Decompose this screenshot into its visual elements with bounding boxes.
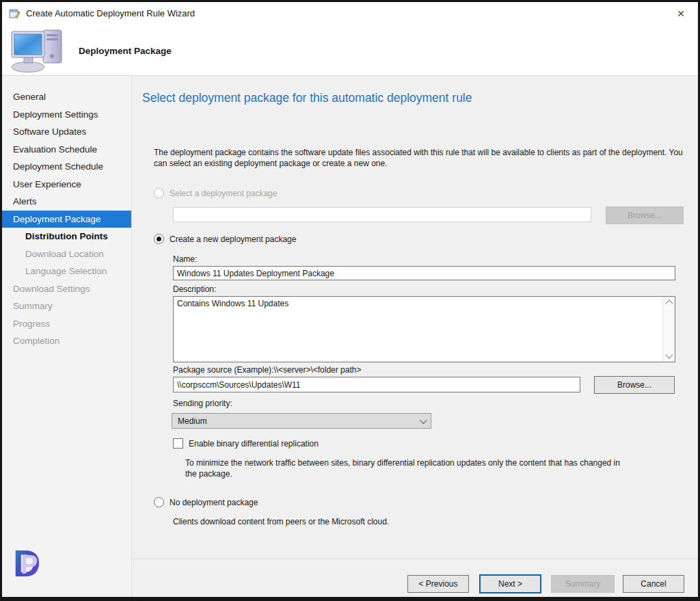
bdr-checkbox[interactable]	[173, 438, 183, 449]
select-existing-row: Select a deployment package	[154, 188, 277, 198]
sidebar-item-deployment-settings: Deployment Settings	[2, 106, 131, 124]
sidebar-item-distribution-points: Distribution Points	[2, 228, 131, 245]
create-new-row[interactable]: Create a new deployment package	[154, 234, 296, 244]
sidebar-item-completion: Completion	[2, 332, 131, 350]
sidebar-item-download-location: Download Location	[2, 245, 131, 263]
create-new-label: Create a new deployment package	[170, 235, 296, 244]
intro-text: The deployment package contains the soft…	[154, 147, 690, 169]
wizard-body: General Deployment Settings Software Upd…	[2, 76, 698, 597]
sidebar-item-general: General	[2, 88, 131, 106]
sidebar-item-alerts: Alerts	[2, 193, 131, 211]
sending-priority-value: Medium	[178, 416, 207, 426]
no-package-row[interactable]: No deployment package	[154, 497, 258, 507]
select-existing-label: Select a deployment package	[170, 189, 277, 198]
source-browse-button[interactable]: Browse...	[594, 376, 675, 394]
existing-browse-button: Browse...	[606, 206, 684, 224]
existing-package-input	[173, 207, 591, 222]
computer-workstation-icon	[8, 26, 70, 77]
sidebar-item-software-updates: Software Updates	[2, 123, 131, 141]
sidebar-item-deployment-package: Deployment Package	[2, 211, 131, 228]
wizard-header: Deployment Package	[2, 25, 698, 76]
sidebar-item-summary: Summary	[2, 297, 131, 315]
sidebar-item-deployment-schedule: Deployment Schedule	[2, 158, 131, 176]
footer-separator	[132, 559, 698, 559]
name-label: Name:	[173, 254, 197, 264]
summary-button: Summary	[551, 575, 615, 593]
wizard-icon	[9, 8, 21, 19]
wizard-window: Create Automatic Deployment Rule Wizard …	[0, 0, 700, 601]
no-package-radio[interactable]	[154, 497, 164, 507]
sidebar-item-download-settings: Download Settings	[2, 280, 131, 298]
package-source-label: Package source (Example):\\<server>\<fol…	[173, 365, 361, 375]
no-package-label: No deployment package	[170, 498, 258, 507]
cancel-button[interactable]: Cancel	[623, 575, 684, 593]
package-source-input[interactable]	[173, 377, 580, 392]
create-new-radio[interactable]	[154, 234, 164, 244]
sidebar-item-language-selection: Language Selection	[2, 263, 131, 280]
chevron-down-icon	[420, 416, 427, 423]
sidebar: General Deployment Settings Software Upd…	[2, 76, 132, 597]
bdr-help-text: To minimize the network traffic between …	[185, 457, 628, 479]
bdr-label: Enable binary differential replication	[189, 439, 319, 449]
description-label: Description:	[173, 284, 216, 294]
no-package-help-text: Clients download content from peers or t…	[173, 516, 389, 527]
sidebar-item-evaluation-schedule: Evaluation Schedule	[2, 141, 131, 159]
page-title: Deployment Package	[79, 46, 172, 56]
name-input[interactable]	[173, 266, 675, 280]
main-pane: Select deployment package for this autom…	[132, 76, 698, 597]
close-icon[interactable]: ×	[671, 3, 691, 24]
sidebar-item-progress: Progress	[2, 315, 131, 333]
previous-button[interactable]: < Previous	[407, 575, 469, 593]
sending-priority-select[interactable]: Medium	[172, 413, 431, 429]
description-value: Contains Windows 11 Updates	[177, 299, 661, 308]
bdr-row[interactable]: Enable binary differential replication	[173, 438, 319, 449]
scroll-up-icon[interactable]	[665, 299, 673, 307]
description-scrollbar[interactable]	[662, 297, 675, 362]
next-button[interactable]: Next >	[479, 574, 541, 593]
window-title: Create Automatic Deployment Rule Wizard	[26, 8, 671, 18]
svg-text:P: P	[21, 550, 38, 579]
sending-priority-label: Sending priority:	[173, 399, 232, 408]
scroll-down-icon[interactable]	[665, 351, 673, 358]
select-existing-radio	[154, 188, 164, 198]
prajwal-desai-logo: D P	[13, 542, 51, 587]
description-textarea[interactable]: Contains Windows 11 Updates	[173, 296, 675, 362]
content-heading: Select deployment package for this autom…	[142, 91, 472, 105]
title-bar: Create Automatic Deployment Rule Wizard …	[2, 2, 698, 25]
sidebar-item-user-experience: User Experience	[2, 176, 131, 193]
